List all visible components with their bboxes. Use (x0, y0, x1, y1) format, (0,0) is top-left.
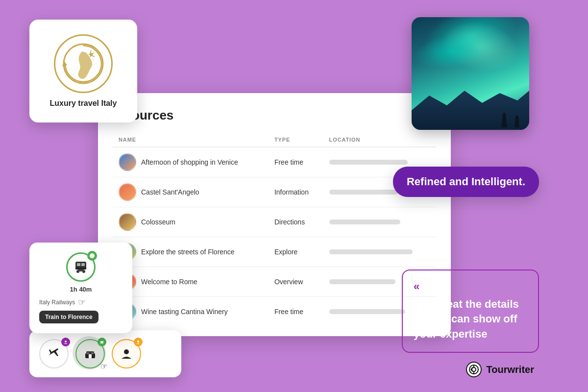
resource-location (323, 237, 436, 267)
resource-name-cell: Wine tasting Cantina Winery (113, 297, 269, 327)
person-icon-circle[interactable] (112, 339, 141, 368)
col-name: NAME (113, 133, 269, 147)
tourwriter-logo (466, 362, 482, 377)
resource-name-cell: Welcome to Rome (113, 267, 269, 297)
svg-rect-13 (89, 354, 92, 358)
resources-title: resources (113, 108, 436, 123)
resource-name-cell: Colosseum (113, 207, 269, 237)
person-badge-icon (64, 340, 68, 344)
hotel-badge-icon (100, 340, 104, 344)
tourwriter-logo-icon (468, 364, 479, 375)
resource-type: Free time (269, 147, 323, 177)
flight-icon-circle[interactable] (39, 339, 69, 368)
resource-name: Explore the streets of Florence (141, 248, 235, 256)
resource-location (323, 207, 436, 237)
resources-table: NAME TYPE LOCATION Afternoon of shopping… (113, 133, 436, 326)
resource-name-cell: Afternoon of shopping in Venice (113, 147, 269, 177)
flight-badge (61, 338, 70, 346)
logo-circle (54, 34, 113, 93)
hotel-icon-wrapper[interactable]: ☞ (75, 339, 105, 368)
person-badge (134, 338, 143, 346)
tourwriter-name: Tourwriter (487, 364, 534, 375)
person-icon (121, 348, 132, 360)
quote-box: « We sweat the details so you can show o… (402, 270, 539, 353)
svg-rect-3 (77, 263, 80, 266)
logo-title: Luxury travel Italy (50, 99, 117, 108)
resource-name: Welcome to Rome (141, 278, 197, 286)
train-badge-inner (90, 253, 95, 258)
col-location: LOCATION (323, 133, 436, 147)
svg-rect-5 (75, 268, 86, 270)
train-duration: 1h 40m (39, 286, 122, 293)
train-icon (74, 260, 88, 274)
cursor-icon: ☞ (78, 297, 86, 308)
table-row: ColosseumDirections (113, 207, 436, 237)
svg-point-16 (137, 341, 139, 343)
table-row: Welcome to RomeOverview (113, 267, 436, 297)
train-card: 1h 40m Italy Railways ☞ Train to Florenc… (29, 243, 132, 333)
silhouette-person-2 (514, 116, 519, 127)
tourwriter-brand: Tourwriter (466, 362, 534, 377)
refined-bubble: Refined and Intelligent. (393, 167, 539, 197)
svg-rect-10 (100, 341, 103, 343)
refined-text: Refined and Intelligent. (407, 175, 525, 188)
aurora-silhouette (501, 113, 519, 127)
train-destination-button[interactable]: Train to Florence (39, 311, 98, 323)
resource-name: Castel Sant'Angelo (141, 188, 199, 196)
aurora-card (412, 17, 529, 130)
resource-name-cell: Castel Sant'Angelo (113, 177, 269, 207)
quote-text: We sweat the details so you can show off… (414, 297, 527, 342)
svg-rect-14 (87, 352, 89, 354)
col-type: TYPE (269, 133, 323, 147)
resource-type: Directions (269, 207, 323, 237)
resource-name: Afternoon of shopping in Venice (141, 158, 238, 166)
train-icon-container (66, 252, 96, 282)
resource-type: Overview (269, 267, 323, 297)
resources-card: resources NAME TYPE LOCATION Afternoon o… (98, 93, 451, 336)
train-company: Italy Railways ☞ (39, 297, 122, 308)
svg-rect-4 (81, 263, 85, 266)
hotel-badge (98, 338, 106, 346)
resource-name: Wine tasting Cantina Winery (141, 308, 228, 316)
svg-point-17 (124, 349, 129, 354)
icons-row-card: ☞ (29, 330, 181, 377)
logo-svg (61, 42, 105, 86)
svg-point-9 (65, 341, 67, 343)
logo-card: Luxury travel Italy (29, 20, 137, 122)
table-row: Castel Sant'AngeloInformation (113, 177, 436, 207)
aurora-background (412, 17, 529, 130)
svg-rect-15 (91, 352, 94, 354)
resource-name-cell: Explore the streets of Florence (113, 237, 269, 267)
resource-name: Colosseum (141, 218, 175, 226)
aurora-lights (412, 17, 529, 85)
silhouette-person-1 (501, 113, 507, 127)
svg-point-19 (472, 368, 476, 371)
resource-type: Information (269, 177, 323, 207)
table-row: Explore the streets of FlorenceExplore (113, 237, 436, 267)
table-row: Afternoon of shopping in VeniceFree time (113, 147, 436, 177)
flight-icon (48, 347, 60, 360)
person-badge-icon-2 (136, 340, 140, 344)
table-row: Wine tasting Cantina WineryFree time (113, 297, 436, 327)
train-company-label: Italy Railways (39, 299, 75, 306)
resource-type: Free time (269, 297, 323, 327)
resource-type: Explore (269, 237, 323, 267)
train-badge (87, 251, 97, 261)
hand-cursor: ☞ (100, 362, 107, 371)
svg-rect-8 (78, 270, 84, 271)
quote-mark: « (414, 280, 527, 293)
hotel-icon (84, 347, 97, 360)
